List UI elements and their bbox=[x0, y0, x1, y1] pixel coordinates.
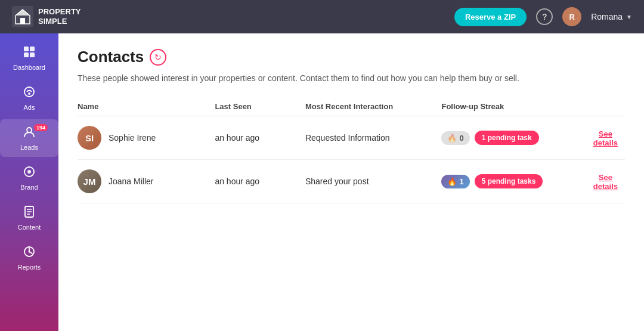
topnav-right: Reserve a ZIP ? R Romana ▼ bbox=[454, 7, 632, 26]
most-recent-interaction: Requested Information bbox=[305, 116, 442, 160]
streak-count: 0 bbox=[459, 134, 463, 143]
ads-icon bbox=[23, 85, 36, 101]
pending-badge: 5 pending tasks bbox=[475, 174, 543, 188]
svg-point-8 bbox=[24, 87, 34, 97]
contact-name: Joana Miller bbox=[109, 177, 153, 186]
sidebar-item-ads[interactable]: Ads bbox=[0, 79, 58, 117]
sidebar-item-dashboard[interactable]: Dashboard bbox=[0, 39, 58, 77]
avatar: JM bbox=[78, 169, 101, 193]
refresh-button[interactable]: ↻ bbox=[150, 49, 166, 66]
svg-point-20 bbox=[29, 251, 30, 253]
col-header-lastseen: Last Seen bbox=[215, 97, 305, 116]
sidebar-item-reports[interactable]: Reports bbox=[0, 239, 58, 277]
pending-badge: 1 pending task bbox=[475, 131, 539, 145]
svg-rect-6 bbox=[24, 52, 29, 57]
page-title: Contacts bbox=[78, 48, 144, 66]
user-name: Romana bbox=[591, 12, 623, 21]
col-header-name: Name bbox=[78, 97, 215, 116]
col-header-interaction: Most Recent Interaction bbox=[305, 97, 442, 116]
avatar: SI bbox=[78, 126, 101, 150]
streak-badge: 🔥 0 bbox=[441, 131, 469, 145]
streak-badge-active: 🔥 1 bbox=[441, 175, 469, 188]
sidebar-item-content[interactable]: Content bbox=[0, 199, 58, 237]
svg-point-10 bbox=[27, 128, 32, 132]
refresh-icon: ↻ bbox=[150, 49, 166, 66]
brand-icon bbox=[23, 165, 36, 181]
flame-icon: 🔥 bbox=[447, 177, 457, 186]
svg-rect-3 bbox=[20, 18, 25, 24]
last-seen: an hour ago bbox=[215, 160, 305, 203]
logo: PROPERTY SIMPLE bbox=[12, 6, 81, 27]
table-row: SI Sophie Irene an hour ago Requested In… bbox=[78, 116, 625, 160]
contact-name: Sophie Irene bbox=[109, 133, 156, 143]
sidebar-item-brand[interactable]: Brand bbox=[0, 159, 58, 197]
see-details-button[interactable]: See details bbox=[593, 129, 618, 147]
svg-rect-7 bbox=[30, 52, 35, 57]
dashboard-icon bbox=[23, 45, 36, 61]
top-navigation: PROPERTY SIMPLE Reserve a ZIP ? R Romana… bbox=[0, 0, 644, 33]
flame-icon: 🔥 bbox=[447, 134, 457, 143]
svg-point-9 bbox=[28, 92, 30, 95]
page-subtitle: These people showed interest in your pro… bbox=[78, 73, 625, 83]
content-icon bbox=[23, 205, 36, 221]
reports-icon bbox=[23, 245, 36, 261]
contact-name-cell: SI Sophie Irene bbox=[78, 116, 215, 160]
user-menu-button[interactable]: Romana ▼ bbox=[591, 12, 632, 21]
see-details-button[interactable]: See details bbox=[593, 173, 618, 191]
leads-badge: 194 bbox=[34, 124, 48, 131]
svg-rect-4 bbox=[24, 47, 29, 51]
sidebar-item-label: Reports bbox=[18, 264, 41, 271]
contacts-table: Name Last Seen Most Recent Interaction F… bbox=[78, 97, 625, 203]
col-header-action bbox=[593, 97, 625, 116]
avatar: R bbox=[562, 7, 581, 26]
sidebar-item-label: Content bbox=[18, 224, 41, 231]
sidebar-item-label: Ads bbox=[24, 104, 35, 111]
page-header: Contacts ↻ bbox=[78, 48, 625, 66]
col-header-streak: Follow-up Streak bbox=[441, 97, 593, 116]
action-cell: See details bbox=[593, 160, 625, 203]
most-recent-interaction: Shared your post bbox=[305, 160, 442, 203]
sidebar-item-label: Dashboard bbox=[13, 64, 45, 71]
logo-icon bbox=[12, 6, 33, 27]
main-content: Contacts ↻ These people showed interest … bbox=[58, 33, 644, 331]
reserve-zip-button[interactable]: Reserve a ZIP bbox=[454, 8, 527, 26]
sidebar: Dashboard Ads 194 Leads bbox=[0, 33, 58, 331]
svg-rect-5 bbox=[30, 47, 35, 51]
streak-cell: 🔥 1 5 pending tasks bbox=[441, 160, 593, 203]
action-cell: See details bbox=[593, 116, 625, 160]
help-button[interactable]: ? bbox=[536, 8, 553, 25]
table-row: JM Joana Miller an hour ago Shared your … bbox=[78, 160, 625, 203]
streak-cell: 🔥 0 1 pending task bbox=[441, 116, 593, 160]
streak-count: 1 bbox=[459, 177, 463, 186]
contact-name-cell: JM Joana Miller bbox=[78, 160, 215, 203]
chevron-down-icon: ▼ bbox=[626, 14, 632, 20]
last-seen: an hour ago bbox=[215, 116, 305, 160]
svg-point-12 bbox=[27, 170, 31, 174]
sidebar-item-label: Brand bbox=[20, 184, 38, 191]
sidebar-item-leads[interactable]: 194 Leads bbox=[0, 119, 58, 157]
sidebar-item-label: Leads bbox=[20, 144, 38, 151]
logo-text: PROPERTY SIMPLE bbox=[38, 7, 81, 26]
